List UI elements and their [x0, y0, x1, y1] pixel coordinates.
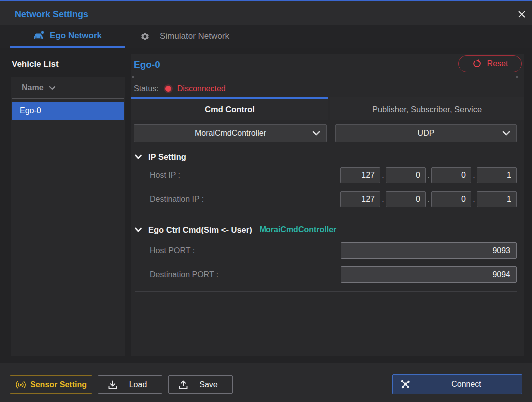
tab-simulator-network[interactable]: Simulator Network — [127, 25, 242, 48]
octet-separator: . — [426, 195, 431, 204]
protocol-dropdown[interactable]: UDP — [335, 124, 517, 142]
host-ip-octet-2[interactable]: 0 — [386, 167, 426, 183]
host-ip-octet-1[interactable]: 127 — [340, 167, 380, 183]
controller-dropdown[interactable]: MoraiCmdController — [134, 124, 327, 142]
header-divider — [134, 77, 518, 77]
download-icon — [107, 379, 118, 390]
reset-label: Reset — [487, 59, 508, 68]
octet-separator: . — [380, 195, 386, 204]
status-dot-icon — [165, 86, 171, 92]
ip-setting-header[interactable]: IP Setting — [135, 150, 186, 164]
host-ip-octets: 127 . 0 . 0 . 1 — [340, 167, 517, 183]
chevron-down-icon — [502, 131, 510, 136]
section-divider — [135, 291, 517, 292]
subtab-pss-label: Publisher, Subscriber, Service — [372, 105, 482, 114]
destination-ip-octet-2[interactable]: 0 — [386, 191, 426, 207]
broadcast-icon — [15, 380, 26, 390]
footer-bar: Sensor Setting Load Save — [0, 363, 532, 402]
connect-button[interactable]: Connect — [392, 374, 522, 394]
vehicle-row-ego0[interactable]: Ego-0 — [12, 102, 124, 120]
sensor-setting-button[interactable]: Sensor Setting — [10, 375, 92, 394]
ego-ctrl-cmd-controller: MoraiCmdController — [260, 225, 337, 234]
host-ip-octet-3[interactable]: 0 — [431, 167, 471, 183]
destination-ip-row: Destination IP : 127 . 0 . 0 . 1 — [134, 191, 517, 207]
status-value: Disconnected — [177, 84, 226, 93]
destination-port-field[interactable]: 9094 — [341, 266, 517, 283]
host-port-label: Host PORT : — [150, 242, 195, 259]
save-label: Save — [189, 380, 232, 389]
chevron-down-icon — [49, 86, 56, 90]
upload-icon — [178, 379, 189, 390]
divider-dot-right — [516, 76, 518, 78]
selected-vehicle-title: Ego-0 — [134, 56, 160, 74]
host-ip-label: Host IP : — [150, 167, 180, 183]
gear-icon — [140, 32, 150, 41]
destination-ip-octet-3[interactable]: 0 — [431, 191, 471, 207]
subtab-cmd-control[interactable]: Cmd Control — [131, 97, 328, 120]
connect-label: Connect — [411, 380, 522, 389]
close-icon — [517, 9, 527, 19]
window-title: Network Settings — [15, 3, 88, 26]
reset-icon — [472, 59, 481, 68]
ego-ctrl-cmd-header[interactable]: Ego Ctrl Cmd(Sim <- User) MoraiCmdContro… — [135, 223, 336, 237]
protocol-dropdown-value: UDP — [336, 129, 516, 138]
subtab-cmd-control-label: Cmd Control — [205, 105, 255, 114]
close-button[interactable] — [514, 7, 529, 22]
octet-separator: . — [380, 171, 386, 180]
network-nodes-icon — [400, 379, 411, 390]
car-icon — [33, 31, 45, 41]
octet-separator: . — [471, 171, 477, 180]
octet-separator: . — [471, 195, 477, 204]
destination-ip-octet-1[interactable]: 127 — [340, 191, 380, 207]
host-ip-octet-4[interactable]: 1 — [477, 167, 517, 183]
status-row: Status: Disconnected — [134, 82, 226, 96]
reset-button[interactable]: Reset — [458, 55, 522, 72]
host-ip-row: Host IP : 127 . 0 . 0 . 1 — [134, 167, 517, 183]
title-bar: Network Settings — [0, 1, 532, 25]
save-button[interactable]: Save — [168, 375, 233, 394]
tab-ego-network-label: Ego Network — [50, 31, 102, 41]
status-label: Status: — [134, 84, 159, 93]
destination-ip-octet-4[interactable]: 1 — [477, 191, 517, 207]
collapse-chevron-icon — [135, 227, 142, 232]
vehicle-list-title: Vehicle List — [12, 56, 59, 73]
sensor-setting-label: Sensor Setting — [30, 380, 87, 389]
subtab-publisher-subscriber-service[interactable]: Publisher, Subscriber, Service — [330, 97, 524, 120]
host-port-field[interactable]: 9093 — [341, 242, 517, 259]
destination-ip-octets: 127 . 0 . 0 . 1 — [340, 191, 517, 207]
divider-dot-left — [132, 76, 134, 78]
ip-setting-title: IP Setting — [148, 152, 186, 162]
ego-ctrl-cmd-title: Ego Ctrl Cmd(Sim <- User) — [148, 225, 252, 235]
octet-separator: . — [426, 171, 431, 180]
vehicle-row-label: Ego-0 — [20, 106, 41, 115]
tab-simulator-network-label: Simulator Network — [160, 31, 229, 41]
destination-port-row: Destination PORT : 9094 — [134, 266, 517, 283]
destination-port-label: Destination PORT : — [150, 266, 218, 283]
main-panel: Ego-0 Reset Status: Disconnected Cmd Con… — [131, 54, 524, 356]
vehicle-list-panel: Name Ego-0 — [11, 77, 125, 356]
load-button[interactable]: Load — [98, 375, 162, 394]
chevron-down-icon — [312, 131, 320, 136]
tab-ego-network[interactable]: Ego Network — [10, 25, 125, 48]
collapse-chevron-icon — [135, 154, 142, 159]
vehicle-list-header-divider — [12, 98, 124, 99]
host-port-row: Host PORT : 9093 — [134, 242, 517, 259]
load-label: Load — [118, 380, 162, 389]
destination-ip-label: Destination IP : — [150, 191, 204, 207]
network-settings-dialog: Network Settings Ego Network — [0, 0, 532, 402]
controller-dropdown-value: MoraiCmdController — [134, 129, 326, 138]
name-header-label: Name — [22, 83, 44, 92]
vehicle-list-name-header[interactable]: Name — [11, 77, 125, 98]
